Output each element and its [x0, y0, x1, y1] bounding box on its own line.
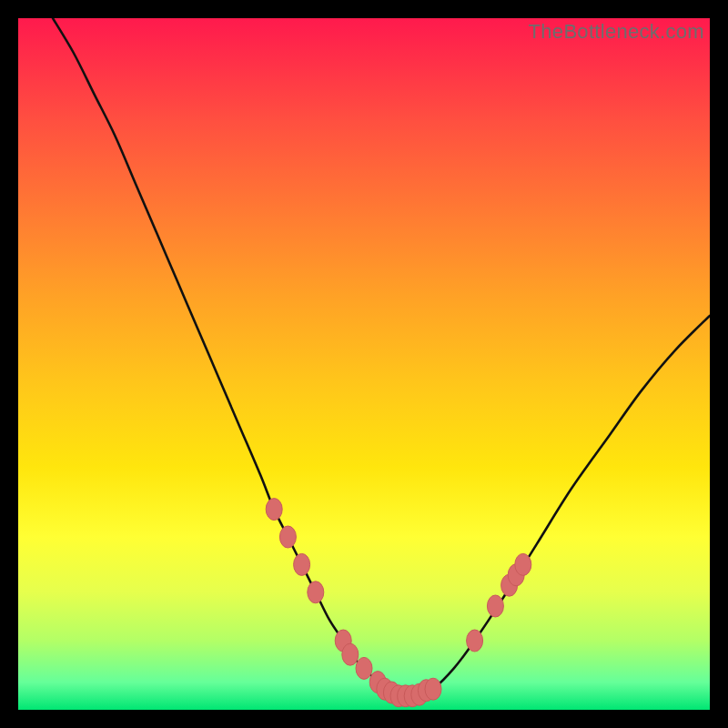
curve-marker [515, 553, 531, 575]
curve-marker [308, 581, 324, 603]
chart-frame: TheBottleneck.com [18, 18, 710, 710]
chart-svg [18, 18, 710, 710]
curve-markers [266, 499, 531, 707]
curve-marker [279, 526, 296, 548]
curve-marker [425, 678, 441, 700]
watermark-text: TheBottleneck.com [529, 20, 704, 44]
curve-marker [356, 657, 372, 679]
curve-marker [342, 643, 359, 665]
curve-marker [487, 595, 503, 617]
curve-marker [266, 499, 282, 521]
curve-marker [467, 630, 483, 652]
curve-marker [294, 553, 310, 575]
bottleneck-curve [53, 18, 710, 696]
